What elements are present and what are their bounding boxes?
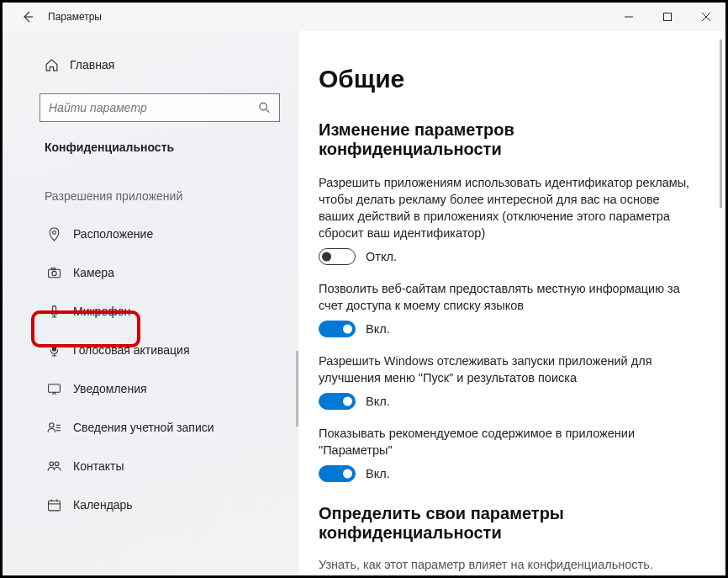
setting-app-launch-tracking: Разрешить Windows отслеживать запуски пр… xyxy=(319,353,695,410)
search-icon xyxy=(258,102,271,114)
sidebar-item-label: Уведомления xyxy=(73,382,147,395)
setting-suggested-content: Показывать рекомендуемое содержимое в пр… xyxy=(319,425,695,482)
arrow-left-icon xyxy=(21,10,34,24)
toggle-suggested-content[interactable] xyxy=(319,465,356,482)
svg-rect-16 xyxy=(48,384,60,392)
maximize-icon xyxy=(662,12,673,22)
content-scrollbar[interactable] xyxy=(719,40,722,567)
sidebar-item-calendar[interactable]: Календарь xyxy=(3,485,298,524)
scrollbar-thumb[interactable] xyxy=(720,40,722,208)
toggle-row: Вкл. xyxy=(319,465,695,482)
svg-line-5 xyxy=(266,109,269,113)
page-title: Общие xyxy=(319,65,695,93)
sidebar: Главная Конфиденциальность Разрешения пр… xyxy=(3,31,298,575)
settings-window: Параметры Главная xyxy=(3,3,725,575)
svg-rect-13 xyxy=(52,344,55,350)
contacts-icon xyxy=(45,459,63,474)
sidebar-item-contacts[interactable]: Контакты xyxy=(3,447,298,485)
toggle-advertising-id[interactable] xyxy=(319,248,356,265)
toggle-website-languages[interactable] xyxy=(319,321,356,337)
sidebar-item-label: Голосовая активация xyxy=(73,343,190,357)
toggle-row: Вкл. xyxy=(319,321,695,337)
toggle-app-launch-tracking[interactable] xyxy=(319,393,356,410)
sidebar-home-label: Главная xyxy=(70,58,114,72)
svg-rect-23 xyxy=(48,501,60,511)
microphone-icon xyxy=(45,305,63,319)
maximize-button[interactable] xyxy=(648,3,687,31)
setting-website-languages: Позволить веб-сайтам предоставлять местн… xyxy=(319,280,695,337)
svg-point-17 xyxy=(49,422,53,427)
sidebar-item-camera[interactable]: Камера xyxy=(3,253,298,292)
sidebar-item-voice-activation[interactable]: Голосовая активация xyxy=(3,331,298,369)
window-title: Параметры xyxy=(48,11,102,23)
section-title-know-privacy: Определить свои параметры конфиденциальн… xyxy=(319,504,695,543)
minimize-icon xyxy=(624,12,634,22)
sidebar-home[interactable]: Главная xyxy=(3,48,298,82)
search-input[interactable] xyxy=(40,94,279,121)
minimize-button[interactable] xyxy=(609,3,648,31)
sidebar-item-label: Камера xyxy=(73,266,114,279)
search-box[interactable] xyxy=(40,93,280,122)
svg-rect-10 xyxy=(52,305,55,311)
sidebar-item-label: Календарь xyxy=(73,498,133,512)
account-icon xyxy=(45,421,63,435)
location-icon xyxy=(45,227,63,241)
svg-point-6 xyxy=(52,231,55,234)
sidebar-item-label: Расположение xyxy=(73,227,153,241)
back-button[interactable] xyxy=(9,3,46,31)
svg-point-8 xyxy=(51,271,55,275)
setting-description: Показывать рекомендуемое содержимое в пр… xyxy=(319,425,695,459)
svg-point-21 xyxy=(49,461,53,465)
home-icon xyxy=(45,58,59,72)
content-pane: Общие Изменение параметров конфиденциаль… xyxy=(298,31,725,575)
section-title-privacy-options: Изменение параметров конфиденциальности xyxy=(319,120,695,159)
search-container xyxy=(3,93,298,122)
sidebar-item-label: Микрофон xyxy=(73,305,130,318)
svg-rect-1 xyxy=(664,13,672,21)
sidebar-item-notifications[interactable]: Уведомления xyxy=(3,369,298,408)
setting-description: Позволить веб-сайтам предоставлять местн… xyxy=(319,280,695,314)
sidebar-section-title: Конфиденциальность xyxy=(3,141,298,154)
sidebar-item-account-info[interactable]: Сведения учетной записи xyxy=(3,408,298,447)
sidebar-group-title: Разрешения приложений xyxy=(3,189,298,203)
toggle-row: Откл. xyxy=(319,248,695,265)
close-icon xyxy=(701,12,711,22)
camera-icon xyxy=(45,266,63,280)
setting-advertising-id: Разрешить приложениям использовать идент… xyxy=(319,174,695,265)
svg-rect-9 xyxy=(51,268,55,269)
svg-point-4 xyxy=(260,103,266,109)
toggle-state-label: Вкл. xyxy=(366,395,390,408)
sidebar-item-label: Сведения учетной записи xyxy=(73,421,214,434)
window-controls xyxy=(609,3,725,31)
window-body: Главная Конфиденциальность Разрешения пр… xyxy=(3,31,725,575)
toggle-state-label: Откл. xyxy=(366,250,397,263)
titlebar: Параметры xyxy=(3,3,725,31)
privacy-learn-more-hint: Узнать, как этот параметр влияет на конф… xyxy=(319,558,695,571)
calendar-icon xyxy=(45,498,63,512)
voice-icon xyxy=(45,343,63,358)
notifications-icon xyxy=(45,382,63,396)
close-button[interactable] xyxy=(687,3,725,31)
sidebar-item-label: Контакты xyxy=(73,459,124,473)
svg-point-22 xyxy=(55,461,59,465)
setting-description: Разрешить приложениям использовать идент… xyxy=(319,174,695,241)
sidebar-item-location[interactable]: Расположение xyxy=(3,215,298,253)
toggle-state-label: Вкл. xyxy=(366,467,390,480)
toggle-row: Вкл. xyxy=(319,393,695,410)
toggle-state-label: Вкл. xyxy=(366,322,390,336)
svg-rect-7 xyxy=(48,269,60,278)
sidebar-item-microphone[interactable]: Микрофон xyxy=(3,292,298,331)
setting-description: Разрешить Windows отслеживать запуски пр… xyxy=(319,353,695,386)
